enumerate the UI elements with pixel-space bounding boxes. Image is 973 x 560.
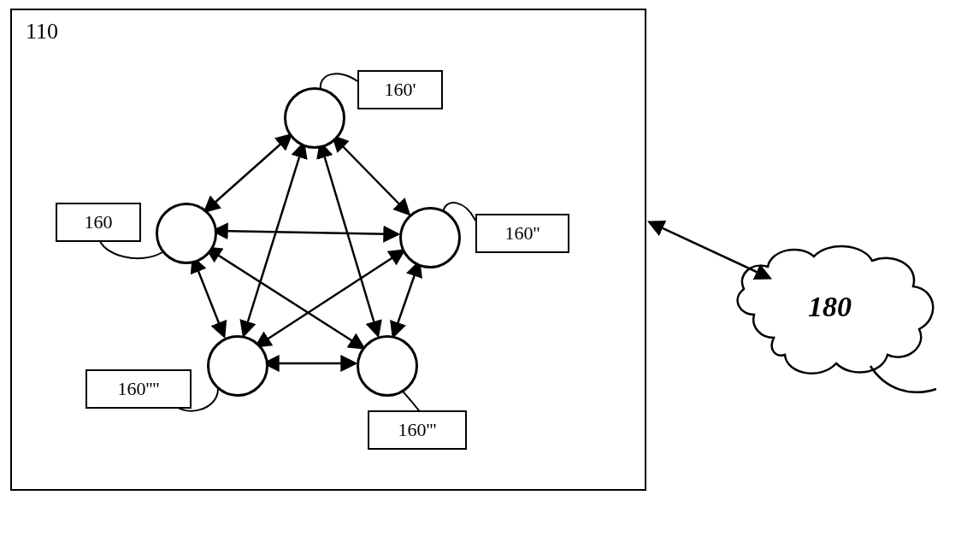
node-bottom-right bbox=[357, 335, 418, 397]
container-ref-label: 110 bbox=[26, 19, 58, 44]
label-bottom-left: 160'''' bbox=[86, 369, 192, 409]
node-right bbox=[399, 207, 461, 268]
diagram-canvas: 110 bbox=[0, 0, 973, 560]
label-top: 160' bbox=[357, 70, 443, 109]
node-bottom-left bbox=[207, 335, 268, 397]
node-left bbox=[156, 203, 217, 264]
cloud-label: 180 bbox=[808, 291, 852, 323]
label-bottom-right: 160''' bbox=[368, 410, 467, 450]
label-right: 160'' bbox=[475, 214, 569, 253]
node-top bbox=[284, 87, 345, 149]
svg-line-0 bbox=[650, 222, 770, 278]
label-left: 160 bbox=[56, 203, 141, 242]
